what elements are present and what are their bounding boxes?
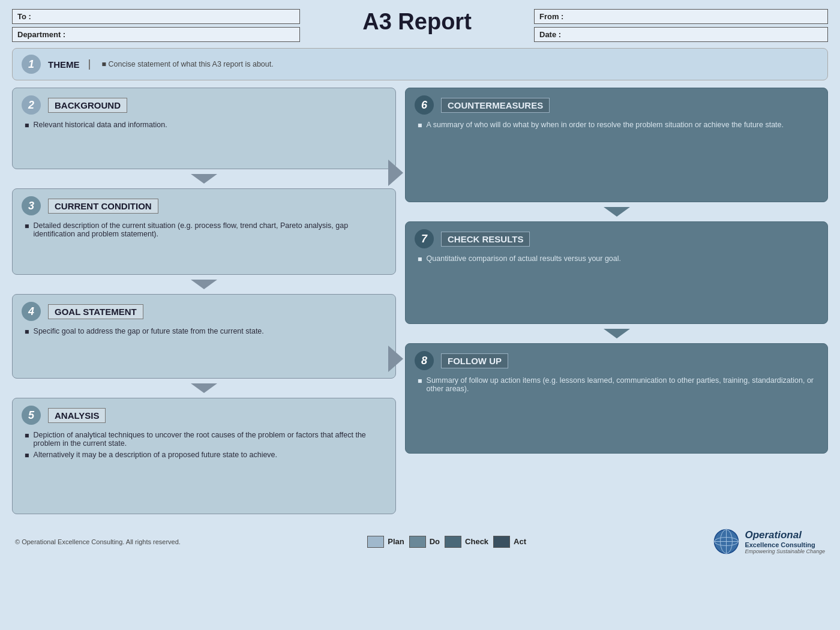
goal-statement-number: 4 — [22, 302, 41, 321]
main-grid: 2 BACKGROUND ■ Relevant historical data … — [12, 88, 828, 514]
goal-statement-bullet-1: ■ Specific goal to address the gap or fu… — [25, 327, 386, 336]
legend-plan: Plan — [367, 536, 404, 548]
legend-do-label: Do — [430, 537, 440, 546]
theme-title: THEME — [48, 59, 90, 70]
follow-up-body: ■ Summary of follow up action items (e.g… — [415, 376, 818, 393]
analysis-title: ANALYSIS — [48, 408, 106, 423]
current-condition-section: 3 CURRENT CONDITION ■ Detailed descripti… — [12, 188, 396, 275]
analysis-bullet-2: ■ Alternatively it may be a description … — [25, 451, 386, 460]
down-arrow-2 — [191, 280, 217, 289]
legend-do-box — [409, 536, 426, 548]
check-results-body: ■ Quantitative comparison of actual resu… — [415, 254, 818, 263]
current-condition-header: 3 CURRENT CONDITION — [22, 196, 386, 215]
analysis-bullet-1: ■ Depiction of analytical techniques to … — [25, 431, 386, 448]
from-field: From : — [534, 9, 828, 24]
background-bullet-1: ■ Relevant historical data and informati… — [25, 121, 386, 130]
logo-line1: Operational — [745, 529, 825, 541]
background-section: 2 BACKGROUND ■ Relevant historical data … — [12, 88, 396, 169]
analysis-body: ■ Depiction of analytical techniques to … — [22, 431, 386, 460]
down-arrow-3 — [191, 383, 217, 393]
follow-up-section: 8 FOLLOW UP ■ Summary of follow up actio… — [405, 343, 828, 454]
countermeasures-body: ■ A summary of who will do what by when … — [415, 121, 818, 130]
background-body: ■ Relevant historical data and informati… — [22, 121, 386, 130]
analysis-section: 5 ANALYSIS ■ Depiction of analytical tec… — [12, 398, 396, 514]
logo-text: Operational Excellence Consulting Empowe… — [745, 529, 825, 554]
main-title: A3 Report — [362, 9, 472, 35]
background-title: BACKGROUND — [48, 98, 127, 113]
background-number: 2 — [22, 95, 41, 115]
header-center: A3 Report — [300, 9, 534, 35]
right-arrow-2 — [388, 346, 403, 372]
goal-statement-body: ■ Specific goal to address the gap or fu… — [22, 327, 386, 336]
department-field: Department : — [12, 27, 300, 42]
analysis-number: 5 — [22, 406, 41, 425]
legend-do: Do — [409, 536, 440, 548]
follow-up-header: 8 FOLLOW UP — [415, 351, 818, 370]
follow-up-title: FOLLOW UP — [441, 353, 508, 368]
legend-plan-label: Plan — [388, 537, 404, 546]
right-arrow-main — [388, 160, 403, 186]
left-column: 2 BACKGROUND ■ Relevant historical data … — [12, 88, 396, 514]
legend-plan-box — [367, 536, 384, 548]
current-condition-title: CURRENT CONDITION — [48, 199, 158, 214]
goal-statement-section: 4 GOAL STATEMENT ■ Specific goal to addr… — [12, 294, 396, 379]
countermeasures-title: COUNTERMEASURES — [441, 98, 550, 113]
to-field: To : — [12, 9, 300, 24]
check-results-header: 7 CHECK RESULTS — [415, 229, 818, 248]
down-arrow-r2 — [604, 329, 630, 338]
connector-4-5 — [12, 383, 396, 393]
countermeasures-section: 6 COUNTERMEASURES ■ A summary of who wil… — [405, 88, 828, 202]
legend-check: Check — [445, 536, 488, 548]
down-arrow-1 — [191, 174, 217, 184]
theme-number: 1 — [22, 55, 41, 74]
down-arrow-r1 — [604, 207, 630, 217]
header: To : Department : A3 Report From : Date … — [12, 9, 828, 42]
check-results-number: 7 — [415, 229, 434, 248]
lr-connector-2 — [388, 346, 403, 372]
date-field: Date : — [534, 27, 828, 42]
right-column: 6 COUNTERMEASURES ■ A summary of who wil… — [405, 88, 828, 514]
countermeasures-header: 6 COUNTERMEASURES — [415, 95, 818, 115]
check-results-bullet-1: ■ Quantitative comparison of actual resu… — [418, 254, 818, 263]
current-condition-body: ■ Detailed description of the current si… — [22, 221, 386, 238]
background-header: 2 BACKGROUND — [22, 95, 386, 115]
theme-section: 1 THEME ■ Concise statement of what this… — [12, 48, 828, 80]
connector-6-7 — [405, 207, 828, 217]
analysis-header: 5 ANALYSIS — [22, 406, 386, 425]
legend-act: Act — [493, 536, 526, 548]
logo-line3: Empowering Sustainable Change — [745, 548, 825, 554]
theme-desc: ■ Concise statement of what this A3 repo… — [102, 60, 274, 68]
header-right: From : Date : — [534, 9, 828, 42]
connector-3-4 — [12, 280, 396, 289]
connector-2-3 — [12, 174, 396, 184]
footer-logo: Operational Excellence Consulting Empowe… — [713, 528, 825, 555]
copyright: © Operational Excellence Consulting. All… — [15, 538, 181, 545]
logo-line2: Excellence Consulting — [745, 541, 825, 548]
current-condition-bullet-1: ■ Detailed description of the current si… — [25, 221, 386, 238]
follow-up-bullet-1: ■ Summary of follow up action items (e.g… — [418, 376, 818, 393]
legend-check-box — [445, 536, 461, 548]
countermeasures-bullet-1: ■ A summary of who will do what by when … — [418, 121, 818, 130]
current-condition-number: 3 — [22, 196, 41, 215]
connector-7-8 — [405, 329, 828, 338]
legend: Plan Do Check Act — [367, 536, 526, 548]
countermeasures-number: 6 — [415, 95, 434, 115]
check-results-title: CHECK RESULTS — [441, 232, 530, 247]
header-left: To : Department : — [12, 9, 300, 42]
goal-statement-title: GOAL STATEMENT — [48, 304, 143, 319]
check-results-section: 7 CHECK RESULTS ■ Quantitative compariso… — [405, 221, 828, 324]
globe-icon — [713, 528, 740, 555]
lr-connector — [388, 160, 403, 186]
legend-check-label: Check — [465, 537, 488, 546]
legend-act-box — [493, 536, 510, 548]
page-wrapper: To : Department : A3 Report From : Date … — [0, 0, 840, 569]
follow-up-number: 8 — [415, 351, 434, 370]
footer: © Operational Excellence Consulting. All… — [12, 523, 828, 560]
legend-act-label: Act — [514, 537, 526, 546]
goal-statement-header: 4 GOAL STATEMENT — [22, 302, 386, 321]
